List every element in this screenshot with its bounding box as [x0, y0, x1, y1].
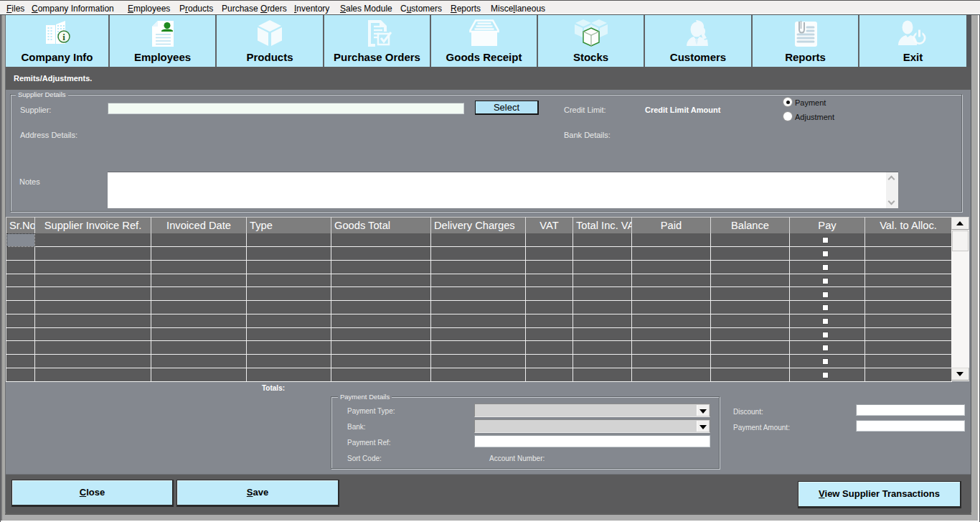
svg-text:i: i [62, 32, 65, 42]
